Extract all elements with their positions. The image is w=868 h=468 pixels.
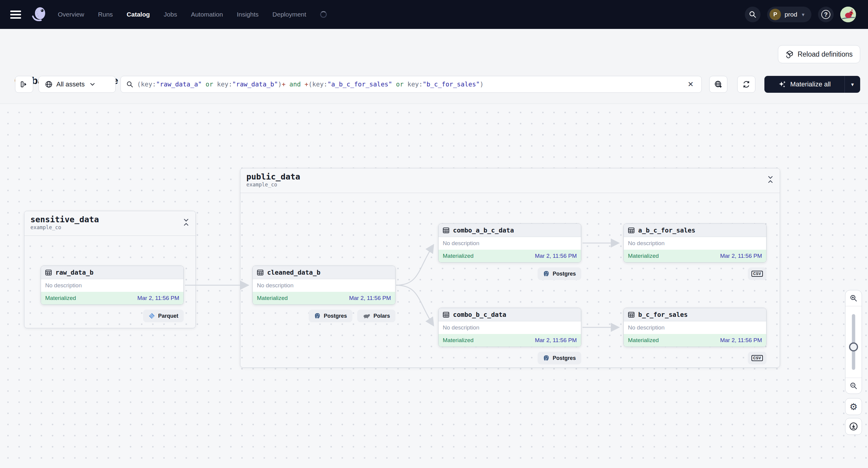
materialization-timestamp[interactable]: Mar 2, 11:56 PM: [535, 337, 577, 344]
lineage-graph-canvas[interactable]: sensitive_data example_co public_data ex…: [0, 104, 868, 468]
hamburger-menu-icon[interactable]: [4, 0, 27, 29]
postgres-icon: [314, 313, 321, 319]
globe-icon: [45, 81, 53, 88]
question-mark-icon: ?: [821, 10, 830, 19]
cardinal-bird-image: [840, 7, 856, 22]
materialization-timestamp[interactable]: Mar 2, 11:56 PM: [720, 337, 762, 344]
materialization-timestamp[interactable]: Mar 2, 11:56 PM: [137, 295, 179, 302]
user-avatar[interactable]: [840, 7, 856, 22]
nav-runs[interactable]: Runs: [98, 11, 113, 18]
reload-package-icon: [785, 50, 794, 58]
deployment-switcher[interactable]: P prod ▼: [767, 7, 811, 22]
view-graph-options-button[interactable]: [709, 76, 727, 93]
table-icon: [45, 269, 52, 276]
query-token: (key:: [308, 81, 328, 88]
query-token: "raw_data_a": [156, 81, 202, 88]
kind-badge-csv[interactable]: CSV: [748, 352, 767, 365]
nav-catalog[interactable]: Catalog: [127, 11, 150, 18]
query-token: "a_b_c_for_sales": [328, 81, 392, 88]
query-token: "raw_data_b": [232, 81, 278, 88]
zoom-controls: [845, 290, 862, 394]
query-token: +: [305, 81, 308, 88]
query-token: or: [392, 81, 407, 88]
graph-settings-button[interactable]: ⚙: [845, 398, 862, 415]
asset-status-row[interactable]: Materialized Mar 2, 11:56 PM: [438, 250, 581, 262]
kind-badge-csv[interactable]: CSV: [748, 268, 767, 280]
help-button[interactable]: ?: [818, 7, 834, 22]
kind-badge-polars[interactable]: Polars: [357, 310, 396, 322]
chevron-down-icon: [90, 83, 95, 86]
kind-badge-parquet[interactable]: Parquet: [143, 310, 184, 322]
dagster-logo[interactable]: [30, 5, 50, 24]
asset-name: cleaned_data_b: [267, 269, 320, 276]
chevron-down-icon: ▼: [801, 12, 805, 17]
kind-badge-postgres[interactable]: Postgres: [537, 352, 581, 365]
asset-name: b_c_for_sales: [638, 311, 688, 318]
materialization-timestamp[interactable]: Mar 2, 11:56 PM: [349, 295, 391, 302]
gear-icon: ⚙: [849, 401, 858, 412]
reload-definitions-label: Reload definitions: [798, 50, 852, 58]
primary-nav: Overview Runs Catalog Jobs Automation In…: [58, 11, 327, 18]
query-token: ): [480, 81, 484, 88]
asset-status-row[interactable]: Materialized Mar 2, 11:56 PM: [624, 250, 766, 262]
zoom-slider-thumb[interactable]: [849, 342, 858, 351]
refresh-button[interactable]: [737, 76, 755, 93]
table-icon: [443, 227, 450, 234]
asset-selection-input[interactable]: (key:"raw_data_a" or key:"raw_data_b")+ …: [121, 76, 702, 93]
table-icon: [628, 227, 634, 234]
asset-node-cleaned-data-b[interactable]: cleaned_data_b No description Materializ…: [252, 266, 396, 305]
query-token: or: [202, 81, 217, 88]
asset-selection-query[interactable]: (key:"raw_data_a" or key:"raw_data_b")+ …: [137, 81, 685, 88]
status-badge: Materialized: [443, 253, 473, 259]
materialization-timestamp[interactable]: Mar 2, 11:56 PM: [720, 253, 762, 259]
asset-scope-dropdown[interactable]: All assets: [38, 76, 116, 93]
clear-query-button[interactable]: ✕: [685, 80, 696, 89]
zoom-slider-track[interactable]: [852, 314, 855, 370]
zoom-slider[interactable]: [845, 306, 862, 378]
materialize-options-caret[interactable]: ▼: [844, 76, 860, 93]
materialize-all-split-button: Materialize all ▼: [765, 76, 860, 93]
page-header: Global Asset Lineage Reload definitions …: [0, 29, 868, 104]
kind-badge-postgres[interactable]: Postgres: [309, 310, 352, 322]
zoom-out-button[interactable]: [845, 378, 862, 394]
asset-scope-label: All assets: [56, 81, 85, 88]
postgres-icon: [543, 355, 550, 362]
materialize-all-button[interactable]: Materialize all: [765, 80, 844, 89]
download-graph-button[interactable]: [845, 418, 862, 435]
table-icon: [257, 269, 264, 276]
asset-status-row[interactable]: Materialized Mar 2, 11:56 PM: [624, 334, 766, 347]
kind-badge-postgres[interactable]: Postgres: [537, 268, 581, 280]
global-search-button[interactable]: [745, 7, 761, 22]
nav-insights[interactable]: Insights: [237, 11, 258, 18]
asset-status-row[interactable]: Materialized Mar 2, 11:56 PM: [438, 334, 581, 347]
asset-status-row[interactable]: Materialized Mar 2, 11:56 PM: [253, 292, 395, 305]
asset-node-raw-data-b[interactable]: raw_data_b No description Materialized M…: [41, 266, 184, 305]
query-token: key:: [407, 81, 423, 88]
kind-badge-label: Postgres: [553, 271, 576, 277]
csv-icon: CSV: [751, 355, 763, 361]
status-badge: Materialized: [443, 337, 473, 344]
nav-overview[interactable]: Overview: [58, 11, 84, 18]
nav-deployment[interactable]: Deployment: [273, 11, 306, 18]
open-sidebar-button[interactable]: [15, 76, 33, 93]
asset-node-a-b-c-for-sales[interactable]: a_b_c_for_sales No description Materiali…: [623, 223, 767, 262]
table-icon: [628, 311, 634, 318]
loading-spinner-icon: [320, 11, 327, 18]
asset-node-combo-b-c-data[interactable]: combo_b_c_data No description Materializ…: [438, 308, 581, 347]
reload-definitions-button[interactable]: Reload definitions: [778, 45, 860, 63]
status-badge: Materialized: [257, 295, 288, 302]
zoom-out-icon: [849, 382, 858, 390]
postgres-icon: [543, 271, 550, 277]
zoom-in-button[interactable]: [845, 290, 862, 306]
asset-node-b-c-for-sales[interactable]: b_c_for_sales No description Materialize…: [623, 308, 767, 347]
asset-description: No description: [253, 279, 395, 292]
nav-automation[interactable]: Automation: [191, 11, 223, 18]
asset-status-row[interactable]: Materialized Mar 2, 11:56 PM: [41, 292, 183, 305]
materialization-timestamp[interactable]: Mar 2, 11:56 PM: [535, 253, 577, 259]
asset-node-combo-a-b-c-data[interactable]: combo_a_b_c_data No description Material…: [438, 223, 581, 262]
status-badge: Materialized: [45, 295, 76, 302]
query-token: key:: [217, 81, 232, 88]
nav-jobs[interactable]: Jobs: [164, 11, 177, 18]
table-icon: [443, 311, 450, 318]
kind-badge-label: Polars: [373, 313, 390, 319]
